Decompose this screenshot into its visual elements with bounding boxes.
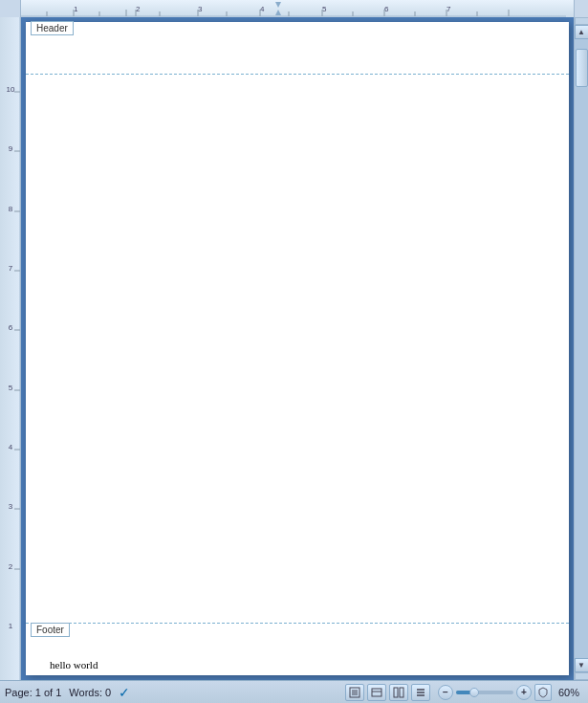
svg-text:5: 5 — [9, 384, 13, 392]
word-count: Words: 0 — [69, 687, 111, 698]
view-reading-button[interactable] — [389, 684, 408, 701]
scroll-up-button[interactable]: ▲ — [575, 25, 589, 39]
ruler-top-area: 1 2 3 4 5 6 7 — [0, 0, 588, 17]
page-container: Header Footer hello world — [26, 22, 569, 675]
view-outline-button[interactable] — [411, 684, 430, 701]
vertical-ruler: 10 9 8 7 6 5 4 3 2 1 — [0, 17, 21, 680]
zoom-plus-icon: + — [521, 687, 527, 697]
svg-text:8: 8 — [9, 205, 13, 213]
vertical-scrollbar[interactable]: ▲ ▼ — [574, 17, 588, 680]
svg-text:7: 7 — [9, 264, 13, 273]
scroll-split-bottom[interactable] — [575, 672, 589, 680]
svg-text:5: 5 — [322, 5, 327, 13]
status-right: − + 60% — [345, 684, 583, 701]
svg-text:3: 3 — [9, 502, 13, 511]
main-area: 10 9 8 7 6 5 4 3 2 1 — [0, 17, 588, 680]
scroll-split-top[interactable] — [575, 17, 589, 25]
zoom-slider-thumb[interactable] — [469, 688, 479, 697]
spelling-check-icon[interactable]: ✓ — [119, 685, 130, 700]
status-bar: Page: 1 of 1 Words: 0 ✓ — [0, 680, 588, 703]
zoom-area: − + 60% — [438, 684, 583, 701]
header-label: Header — [31, 21, 74, 35]
scroll-down-icon: ▼ — [577, 661, 585, 670]
svg-text:6: 6 — [384, 5, 389, 13]
zoom-minus-icon: − — [443, 687, 448, 697]
ruler-corner — [0, 0, 21, 17]
scroll-thumb[interactable] — [576, 49, 588, 87]
scroll-down-button[interactable]: ▼ — [575, 658, 589, 672]
svg-text:4: 4 — [9, 443, 13, 451]
svg-rect-0 — [21, 0, 574, 17]
svg-text:3: 3 — [198, 5, 203, 13]
svg-text:2: 2 — [9, 562, 13, 571]
svg-rect-28 — [0, 17, 21, 680]
svg-text:7: 7 — [446, 5, 451, 13]
zoom-slider-track[interactable] — [456, 691, 513, 694]
view-print-button[interactable] — [345, 684, 364, 701]
svg-text:10: 10 — [7, 85, 15, 94]
footer-text[interactable]: hello world — [50, 659, 98, 670]
document-viewport: Header Footer hello world — [21, 17, 574, 680]
svg-text:9: 9 — [9, 144, 13, 153]
svg-text:6: 6 — [9, 323, 13, 332]
footer-label: Footer — [31, 623, 70, 637]
zoom-level-text: 60% — [555, 687, 583, 698]
zoom-in-button[interactable]: + — [516, 685, 532, 700]
status-left: Page: 1 of 1 Words: 0 ✓ — [5, 685, 345, 700]
footer-section: Footer hello world — [26, 623, 569, 675]
page-document: Header Footer hello world — [26, 22, 569, 675]
horizontal-ruler: 1 2 3 4 5 6 7 — [21, 0, 574, 17]
svg-text:4: 4 — [260, 5, 265, 13]
ruler-corner-right — [574, 0, 588, 17]
scroll-up-icon: ▲ — [577, 28, 585, 36]
svg-text:1: 1 — [9, 622, 13, 630]
svg-rect-53 — [372, 689, 381, 696]
zoom-out-button[interactable]: − — [438, 685, 453, 700]
page-info: Page: 1 of 1 — [5, 687, 61, 698]
header-section: Header — [26, 22, 569, 75]
zoom-shield-icon — [534, 684, 552, 701]
svg-text:2: 2 — [136, 5, 141, 13]
svg-rect-55 — [394, 688, 398, 697]
scroll-track[interactable] — [575, 39, 589, 658]
svg-text:1: 1 — [74, 5, 78, 13]
view-fullscreen-button[interactable] — [367, 684, 386, 701]
svg-rect-56 — [400, 688, 403, 697]
